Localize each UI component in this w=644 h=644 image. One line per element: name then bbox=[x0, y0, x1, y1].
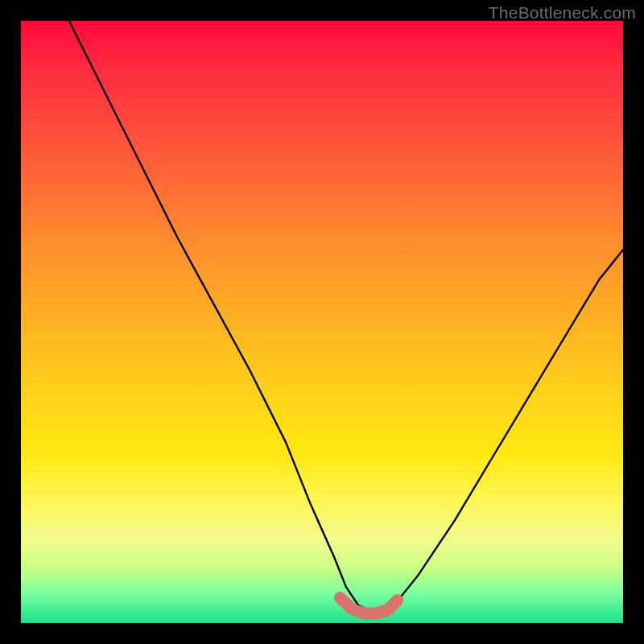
bottleneck-curve-path bbox=[69, 21, 623, 611]
optimal-zone-highlight bbox=[340, 598, 397, 613]
chart-frame: TheBottleneck.com bbox=[0, 0, 644, 644]
watermark-text: TheBottleneck.com bbox=[489, 3, 636, 23]
plot-area bbox=[21, 21, 623, 623]
curve-layer bbox=[21, 21, 623, 623]
